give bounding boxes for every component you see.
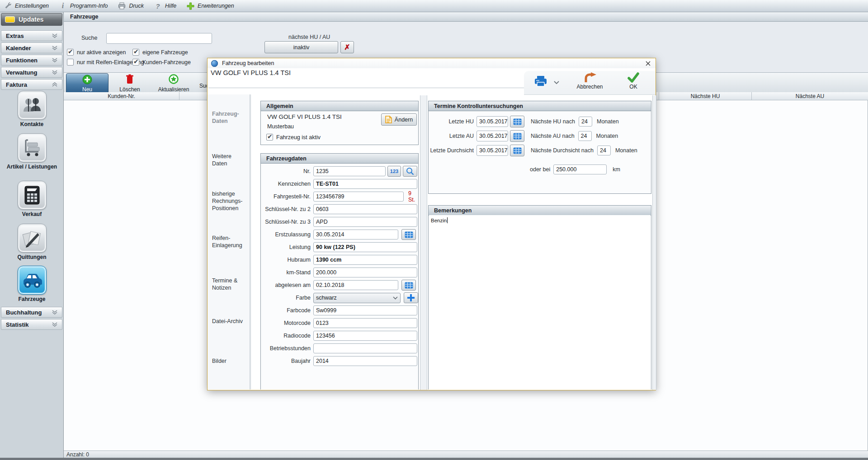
menu-erweiterungen[interactable]: Erweiterungen bbox=[186, 2, 234, 10]
field-input-betriebsstunden[interactable] bbox=[313, 343, 417, 353]
tab-fahrzeuge[interactable]: Fahrzeuge bbox=[64, 12, 868, 22]
field-input-abgelesen-am[interactable]: 02.10.2018 bbox=[313, 280, 398, 290]
field-input-schl-ssel-nr-zu-2[interactable]: 0603 bbox=[313, 204, 417, 214]
chevron-double-up-icon bbox=[52, 81, 57, 88]
dialog-nav-weitere-daten[interactable]: WeitereDaten bbox=[212, 153, 231, 167]
filter-nur-aktive[interactable]: nur aktive anzeigen bbox=[67, 49, 126, 56]
field-row-baujahr: Baujahr2014 bbox=[261, 355, 418, 367]
dialog-close-button[interactable] bbox=[644, 60, 652, 67]
sidebar-item-quittungen[interactable]: Quittungen bbox=[0, 224, 64, 260]
calendar-button[interactable] bbox=[510, 130, 524, 142]
field-label: abgelesen am bbox=[261, 282, 313, 288]
field-input-kennzeichen[interactable]: TE-ST01 bbox=[313, 179, 417, 189]
menu-einstellungen[interactable]: Einstellungen bbox=[4, 2, 49, 10]
sidebar-item-artikel-leistungen[interactable]: Artikel / Leistungen bbox=[0, 133, 64, 170]
sidebar-section-verwaltung[interactable]: Verwaltung bbox=[1, 67, 62, 78]
new-plus-icon bbox=[82, 75, 92, 86]
field-input-leistung[interactable]: 90 kw (122 PS) bbox=[313, 242, 417, 252]
field-input-fahrgestell-nr[interactable]: 123456789 bbox=[313, 192, 404, 202]
filter-eigene-fahrzeuge[interactable]: eigene Fahrzeuge bbox=[132, 49, 188, 56]
aendern-button[interactable]: Ändern bbox=[381, 113, 417, 126]
calendar-button[interactable] bbox=[401, 229, 416, 240]
checkbox[interactable] bbox=[132, 59, 139, 66]
field-select-farbe[interactable]: schwarz bbox=[313, 293, 401, 303]
nav-line: Notizen bbox=[212, 284, 237, 291]
calendar-button[interactable] bbox=[401, 280, 416, 291]
field-input-km-stand[interactable]: 200.000 bbox=[313, 268, 417, 277]
filter-kunden-fahrzeuge[interactable]: Kunden-Fahrzeuge bbox=[132, 59, 191, 66]
field-input-erstzulassung[interactable]: 30.05.2014 bbox=[313, 230, 398, 239]
dialog-nav-termine-notizen[interactable]: Termine &Notizen bbox=[212, 277, 237, 291]
termine-date-input-letzte-hu[interactable]: 30.05.2017 bbox=[476, 116, 508, 127]
months-input-letzte-hu[interactable]: 24 bbox=[579, 117, 592, 127]
km-unit-label: km bbox=[613, 166, 620, 173]
sidebar-section-extras[interactable]: Extras bbox=[1, 30, 62, 41]
checkbox[interactable] bbox=[132, 49, 139, 56]
inaktiv-button[interactable]: inaktiv bbox=[264, 41, 338, 53]
left-column-scrollbar[interactable] bbox=[420, 95, 427, 390]
aktualisieren-button[interactable]: Aktualisieren bbox=[153, 74, 194, 93]
section-label: Buchhaltung bbox=[6, 309, 42, 316]
chevron-double-down-icon bbox=[52, 321, 57, 328]
dialog-nav-bilder[interactable]: Bilder bbox=[212, 357, 226, 365]
sidebar-section-kalender[interactable]: Kalender bbox=[1, 42, 62, 53]
calendar-button[interactable] bbox=[510, 145, 524, 156]
column-header-naechste-au[interactable]: Nächste AU bbox=[752, 92, 868, 100]
add-color-button[interactable] bbox=[404, 292, 418, 303]
field-input-farbcode[interactable]: Sw0999 bbox=[313, 305, 417, 315]
months-input-letzte-durchsicht[interactable]: 24 bbox=[597, 146, 611, 155]
checkbox[interactable] bbox=[67, 49, 74, 56]
km-limit-input[interactable]: 250.000 bbox=[553, 164, 607, 174]
sidebar-section-faktura[interactable]: Faktura bbox=[1, 79, 62, 90]
field-input-hubraum[interactable]: 1390 ccm bbox=[313, 255, 417, 265]
vehicle-search-button[interactable] bbox=[403, 166, 417, 177]
menu-druck[interactable]: Druck bbox=[118, 2, 144, 10]
sidebar-section-buchhaltung[interactable]: Buchhaltung bbox=[1, 307, 62, 318]
print-options-dropdown[interactable] bbox=[554, 81, 559, 84]
sidebar-section-funktionen[interactable]: Funktionen bbox=[1, 55, 62, 66]
menu-hilfe[interactable]: ? Hilfe bbox=[154, 2, 176, 10]
number-keypad-button[interactable]: 123 bbox=[387, 166, 401, 177]
updates-button[interactable]: Updates bbox=[1, 13, 62, 26]
checkbox[interactable] bbox=[67, 59, 74, 66]
bemerkungen-textarea[interactable]: Benzin bbox=[429, 215, 651, 390]
print-button[interactable] bbox=[534, 75, 547, 87]
field-input-motorcode[interactable]: 0123 bbox=[313, 318, 417, 328]
field-input-radiocode[interactable]: 123456 bbox=[313, 331, 417, 341]
calendar-button[interactable] bbox=[510, 116, 524, 127]
sidebar-item-kontakte[interactable]: Kontakte bbox=[0, 91, 64, 127]
chevron-double-down-icon bbox=[52, 33, 57, 39]
column-header-kunden-nr[interactable]: Kunden-Nr. bbox=[64, 92, 179, 100]
checkbox[interactable] bbox=[266, 134, 273, 141]
dialog-right-scrollbar[interactable] bbox=[652, 95, 656, 390]
clear-filter-button[interactable]: ✗ bbox=[340, 41, 354, 53]
sidebar-item-fahrzeuge[interactable]: Fahrzeuge bbox=[0, 266, 64, 302]
field-input-schl-ssel-nr-zu-3[interactable]: APD bbox=[313, 217, 417, 227]
sidebar-section-statistik[interactable]: Statistik bbox=[1, 319, 62, 330]
field-row-farbcode: FarbcodeSw0999 bbox=[261, 305, 418, 316]
oder-bei-label: oder bei bbox=[530, 166, 550, 173]
dialog-titlebar[interactable]: Fahrzeug bearbeiten bbox=[208, 58, 656, 68]
termine-date-input-letzte-au[interactable]: 30.05.2017 bbox=[476, 131, 508, 141]
sidebar-item-verkauf[interactable]: Verkauf bbox=[0, 181, 64, 217]
fahrzeugdaten-panel: Fahrzeugdaten Nr.1235123KennzeichenTE-ST… bbox=[260, 153, 419, 390]
ok-button[interactable]: OK bbox=[624, 72, 642, 90]
field-input-nr[interactable]: 1235 bbox=[313, 166, 386, 176]
neu-button[interactable]: Neu bbox=[66, 73, 108, 94]
dialog-nav-fahrzeug-daten[interactable]: Fahrzeug-Daten bbox=[212, 110, 239, 125]
dialog-nav-datei-archiv[interactable]: Datei-Archiv bbox=[212, 318, 243, 325]
termine-date-input-letzte-durchsicht[interactable]: 30.05.2017 bbox=[476, 145, 508, 156]
fahrzeug-ist-aktiv-checkbox[interactable]: Fahrzeug ist aktiv bbox=[266, 134, 321, 141]
abbrechen-button[interactable]: Abbrechen bbox=[573, 72, 607, 90]
dialog-nav-bisherige-rechnungs-positionen[interactable]: bisherigeRechnungs-Positionen bbox=[212, 190, 242, 212]
section-label: Extras bbox=[6, 33, 24, 39]
dialog-nav-reifen-einlagerung[interactable]: Reifen-Einlagerung bbox=[212, 235, 242, 249]
months-input-letzte-au[interactable]: 24 bbox=[578, 131, 592, 141]
field-input-baujahr[interactable]: 2014 bbox=[313, 356, 417, 366]
search-input[interactable] bbox=[106, 33, 212, 44]
menu-programm-info[interactable]: i Programm-Info bbox=[59, 2, 108, 10]
oder-bei-row: oder bei 250.000 km bbox=[429, 163, 620, 176]
column-header-naechste-hu[interactable]: Nächste HU bbox=[659, 92, 752, 100]
vehicle-name-underline bbox=[208, 88, 524, 88]
loeschen-button[interactable]: Löschen bbox=[116, 74, 144, 93]
